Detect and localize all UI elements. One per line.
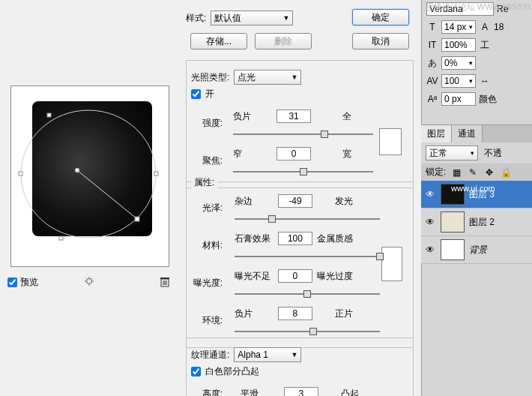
lock-transparent-icon[interactable]: ▦	[450, 166, 462, 178]
layers-panel: 图层 通道 正常▾ 不透 锁定: ▦ ✎ ✥ 🔒 👁 www.ui.com图层 …	[421, 124, 532, 264]
light-color-swatch[interactable]	[379, 128, 402, 155]
gloss-slider[interactable]	[235, 212, 380, 226]
svg-rect-19	[160, 278, 169, 279]
preview-label-text: 预览	[20, 276, 38, 289]
style-label: 样式:	[186, 12, 206, 25]
color-label: 颜色	[479, 93, 497, 106]
preview-inner	[32, 101, 152, 236]
lock-all-icon[interactable]: 🔒	[500, 166, 512, 178]
intensity-slider[interactable]	[233, 128, 373, 141]
tracking-input[interactable]: 100▾	[441, 74, 476, 88]
baseline-icon: Aª	[426, 93, 438, 105]
light-on-checkbox[interactable]	[191, 89, 201, 99]
svg-point-8	[87, 279, 92, 284]
material-input[interactable]	[278, 232, 312, 245]
watermark-text: 思缘设计论坛 WWW.MISSYUAN.COM	[426, 2, 532, 13]
height-label: 高度:	[193, 388, 226, 397]
ambient-label: 环境:	[193, 314, 226, 327]
focus-input[interactable]	[276, 147, 311, 160]
dropdown-arrow-icon: ▼	[291, 351, 297, 358]
opacity-label: 不透	[484, 147, 502, 160]
delete-button[interactable]: 删除	[255, 33, 312, 50]
tsume-input[interactable]: 0%▾	[441, 56, 476, 70]
svg-rect-6	[47, 113, 51, 117]
font-size-icon: T	[426, 21, 438, 33]
layer-item-3[interactable]: 👁 背景	[421, 236, 532, 264]
layer-item-1[interactable]: 👁 www.ui.com图层 3	[421, 181, 532, 208]
lock-row: 锁定: ▦ ✎ ✥ 🔒	[421, 164, 532, 181]
blend-mode-dropdown[interactable]: 正常▾	[426, 146, 478, 160]
layer-thumb	[441, 239, 465, 260]
dropdown-arrow-icon: ▼	[291, 74, 297, 81]
texture-channel-dropdown[interactable]: Alpha 1 ▼	[234, 347, 301, 362]
scale-v-icon: 工	[479, 39, 491, 51]
layer-label: 背景	[469, 244, 487, 256]
cancel-button[interactable]: 取消	[352, 33, 409, 50]
preview-area	[10, 86, 169, 267]
gloss-input[interactable]	[278, 194, 312, 208]
lightbulb-icon[interactable]	[83, 276, 95, 288]
svg-rect-4	[19, 172, 22, 176]
svg-line-14	[92, 278, 93, 279]
layer-item-2[interactable]: 👁 图层 2	[421, 208, 532, 236]
height-input[interactable]	[284, 387, 318, 396]
tab-channels[interactable]: 通道	[452, 125, 483, 142]
texture-groupbox: 纹理通道: Alpha 1 ▼ 白色部分凸起 高度: 平滑 凸起	[186, 338, 414, 396]
tracking-icon: AV	[426, 75, 438, 87]
lock-move-icon[interactable]: ✥	[483, 166, 495, 178]
properties-title: 属性:	[191, 176, 217, 189]
light-groupbox: 光照类型: 点光 ▼ 开 强度: 负片 全	[186, 60, 414, 188]
exposure-input[interactable]	[278, 269, 312, 283]
focus-slider[interactable]	[233, 165, 373, 178]
trash-icon[interactable]	[159, 276, 171, 288]
dialog-main: 样式: 默认值 ▼ 确定 取消 存储... 删除 光照类型: 点光 ▼ 开 强度…	[178, 0, 421, 396]
preview-checkbox-label[interactable]: 预览	[7, 276, 38, 289]
tab-layers[interactable]: 图层	[421, 125, 452, 142]
visibility-icon[interactable]: 👁	[426, 244, 436, 255]
intensity-input[interactable]	[276, 110, 311, 123]
leading-value: 18	[494, 22, 504, 32]
svg-rect-3	[135, 217, 139, 221]
svg-line-13	[86, 278, 87, 279]
ambient-input[interactable]	[278, 307, 312, 320]
baseline-input[interactable]: 0 px	[441, 92, 476, 106]
save-delete-row: 存储... 删除	[190, 33, 312, 50]
layers-tabs: 图层 通道	[421, 125, 532, 142]
light-type-label: 光照类型:	[191, 71, 229, 84]
light-type-dropdown[interactable]: 点光 ▼	[234, 70, 301, 85]
scale-h-icon: IT	[426, 39, 438, 51]
visibility-icon[interactable]: 👁	[426, 217, 436, 227]
dropdown-arrow-icon: ▼	[282, 14, 289, 22]
scale-h-input[interactable]: 100%	[441, 38, 476, 52]
exposure-slider[interactable]	[235, 287, 380, 301]
style-value: 默认值	[214, 12, 241, 25]
lock-brush-icon[interactable]: ✎	[467, 166, 479, 178]
layer-thumb	[441, 212, 465, 232]
white-high-checkbox[interactable]	[191, 367, 201, 376]
leading-icon: A	[479, 21, 491, 33]
material-slider[interactable]	[235, 250, 380, 263]
focus-slider-row: 窄 宽	[233, 147, 373, 160]
intensity-label: 强度:	[193, 117, 226, 130]
tsume-icon: あ	[426, 57, 438, 69]
ambient-slider[interactable]	[235, 325, 380, 338]
preview-checkbox[interactable]	[7, 278, 17, 287]
focus-label: 聚焦:	[193, 154, 226, 167]
visibility-icon[interactable]: 👁	[426, 189, 436, 200]
intensity-slider-row: 负片 全	[233, 110, 373, 123]
gloss-label: 光泽:	[193, 202, 226, 214]
style-dropdown[interactable]: 默认值 ▼	[211, 10, 293, 26]
kerning-icon: ↔	[479, 75, 491, 87]
white-high-label: 白色部分凸起	[205, 365, 259, 378]
ok-button[interactable]: 确定	[352, 9, 409, 26]
light-on-label: 开	[205, 88, 214, 100]
material-label: 材料:	[193, 239, 226, 252]
svg-rect-7	[59, 236, 63, 240]
light-ellipse[interactable]	[17, 103, 160, 245]
layer-label: 图层 2	[469, 216, 495, 229]
top-buttons: 确定 取消	[352, 9, 409, 50]
save-button[interactable]: 存储...	[190, 33, 247, 50]
font-size-input[interactable]: 14 px▾	[441, 20, 476, 34]
ambient-color-swatch[interactable]	[381, 247, 402, 281]
properties-groupbox: 属性: 光泽: 杂边 发光 材料: 石膏效果 金属质感	[186, 182, 414, 348]
